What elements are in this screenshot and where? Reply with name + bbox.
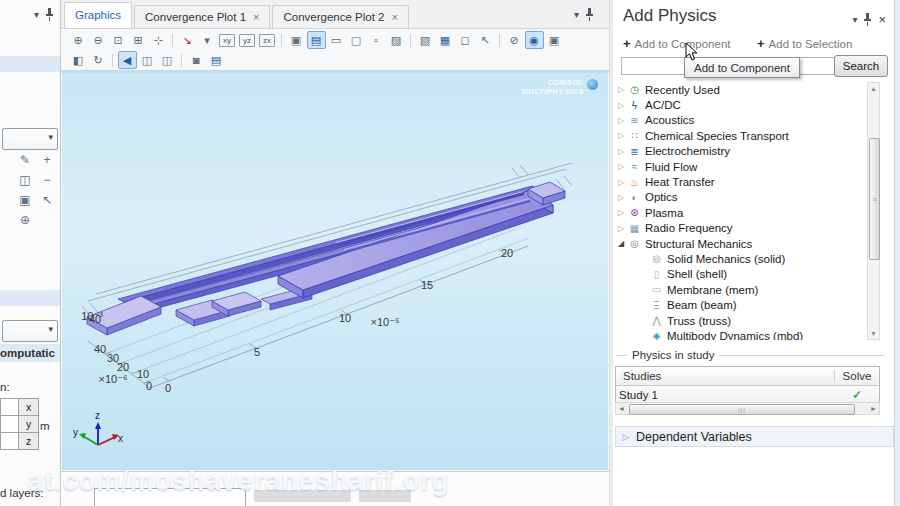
pin-icon[interactable]	[45, 8, 54, 21]
expander-icon[interactable]: ▷	[615, 193, 627, 202]
pointer-icon[interactable]: ↖	[476, 31, 495, 49]
tree-item-fluid-flow[interactable]: ▷≈Fluid Flow	[615, 159, 865, 174]
go-to-default-view-icon[interactable]: ⊹	[149, 31, 168, 49]
add-icon[interactable]: +	[38, 152, 56, 168]
tree-item-electrochemistry[interactable]: ▷≣Electrochemistry	[615, 144, 865, 159]
view-xy-icon[interactable]: xy	[219, 34, 235, 47]
expander-icon[interactable]: ▷	[615, 116, 627, 125]
tree-item-ac-dc[interactable]: ▷ϟAC/DC	[615, 97, 865, 112]
panel-menu-caret-icon[interactable]: ▾	[34, 9, 39, 20]
pin-icon[interactable]	[863, 13, 872, 26]
scrollbar-thumb[interactable]: ≡	[869, 138, 880, 260]
tree-item-heat-transfer[interactable]: ▷♨Heat Transfer	[615, 174, 865, 189]
table-horizontal-scrollbar[interactable]: ◄ ► |||	[615, 402, 880, 415]
tree-scrollbar[interactable]: ▲ ▼ ≡	[867, 82, 880, 340]
popout-window-icon[interactable]: ▣	[545, 31, 564, 49]
add-to-selection-button[interactable]: + Add to Selection	[757, 36, 852, 51]
expander-icon[interactable]: ▷	[615, 178, 627, 187]
close-tab-icon[interactable]: ×	[253, 11, 259, 23]
frame-rendering-icon[interactable]: ▫	[367, 31, 386, 49]
left-dropdown-1[interactable]: ▾	[2, 128, 58, 150]
expander-icon[interactable]: ▷	[615, 131, 627, 140]
tree-item-acoustics[interactable]: ▷≋Acoustics	[615, 113, 865, 128]
view-zx-icon[interactable]: zx	[259, 34, 275, 47]
expander-icon[interactable]: ▷	[616, 432, 636, 442]
print-icon[interactable]: ▤	[207, 51, 226, 69]
tab-graphics[interactable]: Graphics	[64, 2, 132, 28]
scene-light-icon[interactable]: ▣	[287, 31, 306, 49]
expander-icon[interactable]: ▷	[615, 147, 627, 156]
expander-icon[interactable]: ▷	[615, 85, 627, 94]
scroll-left-icon[interactable]: ◄	[616, 403, 627, 414]
edit-icon[interactable]: ✎	[16, 152, 34, 168]
dependent-variables-section[interactable]: ▷ Dependent Variables	[615, 426, 894, 447]
scrollbar-thumb[interactable]: |||	[629, 404, 855, 415]
zoom-extents-icon[interactable]: ⊞	[129, 31, 148, 49]
left-dropdown-2[interactable]: ▾	[2, 320, 58, 342]
scroll-right-icon[interactable]: ►	[868, 403, 879, 414]
outline-rendering-icon[interactable]: ▢	[347, 31, 366, 49]
copy-window-icon[interactable]: ◫	[158, 51, 177, 69]
view-visibility-icon[interactable]: ◉	[525, 31, 544, 49]
zoom-in-icon[interactable]: ⊕	[69, 31, 88, 49]
tab-convergence-plot-1[interactable]: Convergence Plot 1×	[134, 5, 270, 28]
image-export-icon[interactable]: ▦	[436, 31, 455, 49]
view-dropdown-caret[interactable]: ▾	[198, 31, 217, 49]
search-button[interactable]: Search	[834, 55, 888, 77]
graphics-canvas[interactable]: COMSOL MULTIPHYSICS 10⁻³ 40 ×10⁻⁵ ×10⁻⁶ …	[62, 73, 608, 470]
tree-item-truss[interactable]: ⋀Truss (truss)	[615, 313, 865, 328]
tree-item-multibody-dynamics[interactable]: ◈Multibody Dynamics (mbd)	[615, 328, 865, 340]
tree-item-label: Beam (beam)	[667, 299, 737, 311]
table-row[interactable]: Study 1 ✓	[616, 386, 879, 403]
tree-item-plasma[interactable]: ▷⊛Plasma	[615, 205, 865, 220]
camera-icon[interactable]: ◙	[187, 51, 206, 69]
tree-item-recently-used[interactable]: ▷◷Recently Used	[615, 82, 865, 97]
tree-item-radio-frequency[interactable]: ▷▦Radio Frequency	[615, 221, 865, 236]
transparency-icon[interactable]: ▨	[387, 31, 406, 49]
expander-icon[interactable]: ▷	[615, 162, 627, 171]
refresh-icon[interactable]: ↻	[89, 51, 108, 69]
tree-item-membrane[interactable]: ▭Membrane (mem)	[615, 282, 865, 297]
tree-item-beam[interactable]: ΞBeam (beam)	[615, 297, 865, 312]
expander-icon[interactable]: ◢	[615, 239, 627, 248]
paste-icon[interactable]: ▣	[16, 192, 34, 208]
duplicate-window-icon[interactable]: ◫	[138, 51, 157, 69]
panel-menu-caret-icon[interactable]: ▾	[852, 14, 857, 25]
center-icon[interactable]: ⊕	[16, 212, 34, 228]
scroll-up-icon[interactable]: ▲	[868, 83, 879, 94]
wireframe-rendering-icon[interactable]: ▭	[327, 31, 346, 49]
zoom-box-icon[interactable]: ⊡	[109, 31, 128, 49]
tree-item-structural-mechanics[interactable]: ◢◎Structural Mechanics	[615, 236, 865, 251]
view-yz-icon[interactable]: yz	[239, 34, 255, 47]
select-icon[interactable]: ↖	[38, 192, 56, 208]
hide-objects-icon[interactable]: ⊘	[505, 31, 524, 49]
close-icon[interactable]: ×	[878, 12, 886, 27]
tree-item-solid-mechanics[interactable]: ◎Solid Mechanics (solid)	[615, 251, 865, 266]
pin-icon[interactable]	[585, 8, 594, 21]
tree-item-shell[interactable]: ▯Shell (shell)	[615, 267, 865, 282]
tree-item-chemical-species-transport[interactable]: ▷∷Chemical Species Transport	[615, 128, 865, 143]
scroll-down-icon[interactable]: ▼	[868, 328, 879, 339]
snapshot-icon[interactable]: ▧	[416, 31, 435, 49]
coord-input-y[interactable]	[0, 415, 19, 432]
expander-icon[interactable]: ▷	[615, 101, 627, 110]
panel-menu-caret-icon[interactable]: ▾	[574, 9, 579, 20]
play-view-icon[interactable]: ◀	[118, 51, 137, 69]
coord-input-x[interactable]	[0, 398, 19, 415]
copy-icon[interactable]: ◫	[16, 172, 34, 188]
tab-convergence-plot-2[interactable]: Convergence Plot 2×	[272, 5, 408, 28]
close-tab-icon[interactable]: ×	[392, 11, 398, 23]
add-to-component-button[interactable]: + Add to Component	[623, 36, 731, 51]
select-region-icon[interactable]: ◻	[456, 31, 475, 49]
expander-icon[interactable]: ▷	[615, 224, 627, 233]
image-quality-icon[interactable]: ▤	[307, 31, 326, 49]
coord-input-z[interactable]	[0, 432, 19, 450]
structural-mechanics-icon: ◎	[627, 238, 642, 249]
zoom-out-icon[interactable]: ⊖	[89, 31, 108, 49]
remove-icon[interactable]: −	[38, 172, 56, 188]
split-view-icon[interactable]: ◧	[69, 51, 88, 69]
tree-item-optics[interactable]: ▷◐Optics	[615, 190, 865, 205]
view-axis-icon[interactable]: ↘	[178, 31, 197, 49]
expander-icon[interactable]: ▷	[615, 208, 627, 217]
solve-check-icon[interactable]: ✓	[835, 388, 879, 402]
